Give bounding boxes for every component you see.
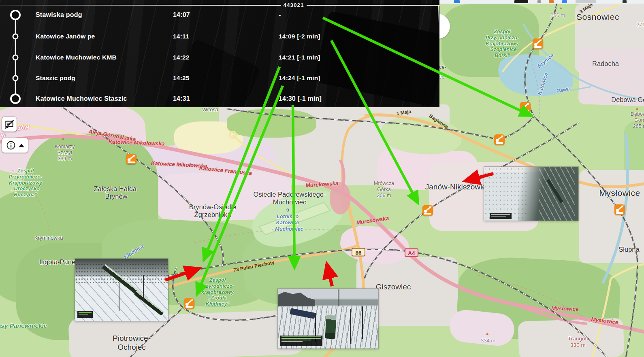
dark-tab-icon[interactable] [514, 0, 528, 3]
collapse-arrow-icon [19, 144, 24, 147]
labels-toggle-button[interactable] [2, 117, 17, 132]
green-arrow [331, 40, 418, 203]
blue-favicon[interactable] [562, 0, 567, 3]
orange-favicon[interactable] [549, 0, 554, 3]
red-arrow [327, 264, 332, 286]
green-arrow [293, 105, 294, 268]
dark-fragment[interactable] [623, 0, 627, 3]
red-arrow [465, 174, 493, 181]
blue-extension-icon[interactable] [454, 0, 460, 3]
green-arrow [323, 18, 531, 116]
red-arrow [165, 268, 199, 280]
annotation-arrows-layer [0, 0, 644, 357]
info-collapse-button[interactable] [2, 138, 28, 153]
tab-text-fragment[interactable] [576, 0, 596, 3]
browser-toolbar-fragment[interactable] [439, 0, 644, 4]
info-icon [6, 140, 16, 150]
green-arrow [204, 67, 279, 260]
crossed-sign-icon [4, 119, 15, 130]
green-arrow [197, 86, 283, 295]
gray-dot-icon[interactable] [537, 0, 541, 3]
simrail-map-app: 443021 Stawiska podg14:07-Katowice Janów… [0, 0, 644, 357]
